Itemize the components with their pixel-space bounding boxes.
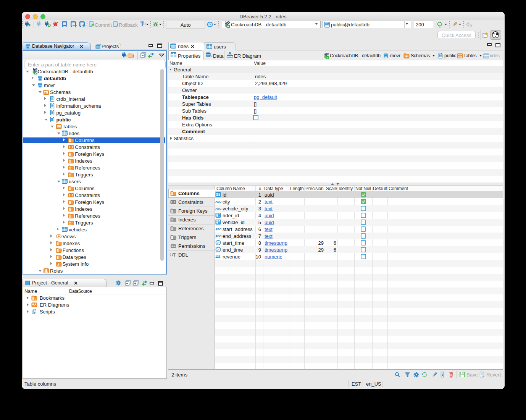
svg-text:(-): (-)	[439, 26, 441, 28]
